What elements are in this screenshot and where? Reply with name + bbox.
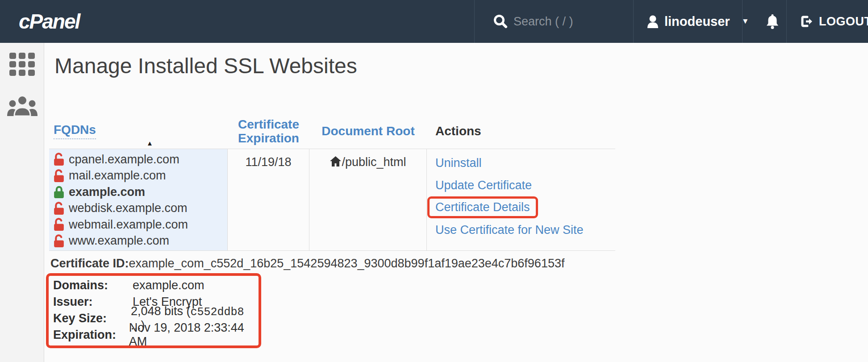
fqdns-sort-link[interactable]: FQDNs (54, 123, 96, 139)
document-root-path[interactable]: /public_html (342, 155, 406, 169)
update-certificate-link[interactable]: Update Certificate (435, 177, 615, 193)
sidebar-item-home[interactable] (0, 53, 44, 76)
user-menu[interactable]: linodeuser ▼ (647, 0, 749, 43)
fqdn-entry: cpanel.example.com (54, 151, 227, 168)
open-lock-red-icon (54, 153, 65, 166)
closed-lock-green-icon (54, 185, 65, 199)
logout-icon (800, 15, 814, 28)
fqdn-entry: www.example.com (54, 233, 227, 249)
chevron-down-icon: ▼ (742, 17, 749, 26)
use-certificate-new-site-link[interactable]: Use Certificate for New Site (435, 222, 615, 238)
column-header-document-root[interactable]: Document Root (309, 124, 427, 138)
username-label: linodeuser (664, 14, 730, 29)
cpanel-logo[interactable]: cPanel (19, 0, 79, 43)
certificate-details-highlight-box: Certificate Details (427, 196, 538, 218)
sidebar-item-users[interactable] (0, 95, 44, 117)
column-header-certificate-expiration[interactable]: Certificate Expiration (228, 117, 309, 145)
certificate-expiration-cell: 11/19/18 (228, 149, 309, 250)
logout-button[interactable]: LOGOUT (800, 0, 868, 43)
search-area (493, 0, 625, 43)
user-icon (647, 15, 659, 28)
users-group-icon (7, 95, 38, 117)
table-row: cpanel.example.com mail.example.com exam… (49, 149, 615, 251)
topbar-divider (633, 0, 634, 43)
sort-ascending-icon[interactable]: ▲ (146, 139, 153, 147)
notifications-button[interactable] (758, 0, 787, 43)
topbar-divider (474, 0, 475, 43)
fqdn-entry: mail.example.com (54, 167, 227, 184)
ssl-websites-table: FQDNs ▲ Certificate Expiration Document … (49, 114, 615, 251)
open-lock-red-icon (54, 218, 65, 231)
uninstall-link[interactable]: Uninstall (435, 155, 615, 171)
actions-cell: Uninstall Update Certificate Certificate… (427, 149, 615, 250)
certificate-id-value: example_com_c552d_16b25_1542594823_9300d… (129, 257, 565, 270)
detail-row-expiration: Expiration: Nov 19, 2018 2:33:44 AM (53, 327, 259, 343)
document-root-cell: /public_html (309, 149, 427, 250)
logout-label: LOGOUT (819, 15, 868, 29)
key-fingerprint: c552ddb8 (191, 306, 244, 319)
column-header-fqdns: FQDNs ▲ (49, 114, 228, 149)
certificate-id-label: Certificate ID: (50, 257, 129, 270)
bell-icon (765, 13, 780, 29)
home-icon (330, 155, 342, 169)
search-icon (493, 14, 508, 29)
open-lock-red-icon (54, 169, 65, 183)
open-lock-red-icon (54, 234, 65, 248)
fqdn-entry: webmail.example.com (54, 216, 227, 233)
left-sidebar (0, 43, 44, 362)
table-header-row: FQDNs ▲ Certificate Expiration Document … (49, 114, 615, 149)
fqdns-cell: cpanel.example.com mail.example.com exam… (49, 149, 228, 250)
column-header-actions: Actions (427, 124, 615, 138)
open-lock-red-icon (54, 202, 65, 215)
search-input[interactable] (513, 15, 625, 29)
main-content: Manage Installed SSL Websites FQDNs ▲ Ce… (45, 43, 868, 362)
grid-icon (9, 53, 35, 76)
page-title: Manage Installed SSL Websites (54, 54, 868, 78)
certificate-details-link[interactable]: Certificate Details (435, 200, 530, 214)
fqdn-entry: webdisk.example.com (54, 200, 227, 216)
detail-row-domains: Domains: example.com (53, 277, 259, 294)
certificate-details-highlight-box: Domains: example.com Issuer: Let's Encry… (46, 273, 261, 348)
certificate-id-line: Certificate ID:example_com_c552d_16b25_1… (50, 257, 868, 270)
top-navigation-bar: cPanel linodeuser ▼ (0, 0, 868, 43)
fqdn-entry-primary: example.com (54, 184, 227, 200)
